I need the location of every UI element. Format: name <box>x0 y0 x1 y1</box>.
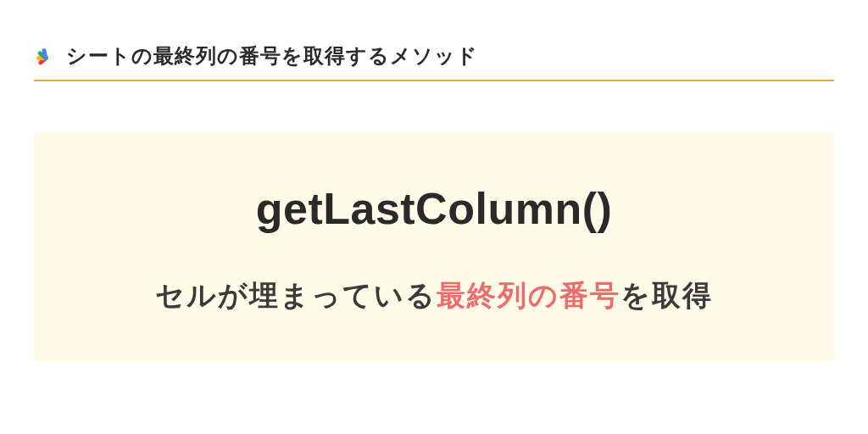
desc-suffix: を取得 <box>620 279 713 311</box>
apps-script-icon <box>34 44 58 68</box>
desc-highlight: 最終列の番号 <box>437 279 620 311</box>
desc-prefix: セルが埋まっている <box>155 279 437 311</box>
method-description: セルが埋まっている最終列の番号を取得 <box>68 276 800 315</box>
header-title: シートの最終列の番号を取得するメソッド <box>66 42 478 70</box>
svg-point-4 <box>44 56 48 60</box>
content-box: getLastColumn() セルが埋まっている最終列の番号を取得 <box>34 132 834 362</box>
section-header: シートの最終列の番号を取得するメソッド <box>34 42 834 81</box>
method-name: getLastColumn() <box>68 183 800 234</box>
